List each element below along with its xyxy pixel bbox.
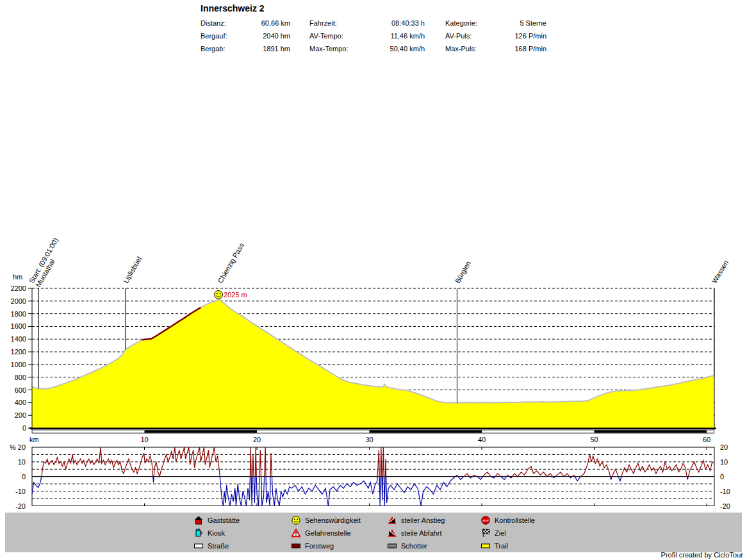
smiley-icon <box>215 291 223 299</box>
hm-tick-label: 1200 <box>11 348 26 356</box>
gradient-right-label: 10 <box>720 458 728 466</box>
legend-item: Kiosk <box>194 528 225 538</box>
legend: GaststätteKioskStraßeSehenswürdigkeitGef… <box>5 513 742 552</box>
legend-label: Sehenswürdigkeit <box>305 516 361 524</box>
hm-tick-label: 0 <box>22 424 26 432</box>
km-tick-label: 10 <box>140 436 148 443</box>
km-ruler-segment <box>145 430 258 432</box>
legend-item: Trail <box>481 541 508 551</box>
legend-label: Trail <box>495 542 508 550</box>
legend-label: steile Abfahrt <box>401 529 442 537</box>
house-icon <box>194 516 203 525</box>
legend-item: Straße <box>194 541 229 551</box>
legend-label: Gaststätte <box>208 516 240 524</box>
hm-tick-label: 600 <box>15 386 26 394</box>
legend-label: Straße <box>208 542 229 550</box>
legend-item: STOPKontrollstelle <box>481 515 535 525</box>
legend-item: Schotter <box>388 541 427 551</box>
gradient-left-label: -20 <box>15 502 26 510</box>
legend-label: steiler Anstieg <box>401 516 445 524</box>
km-tick-label: 50 <box>590 436 598 443</box>
gravel-icon <box>388 541 397 550</box>
waypoint-label: Start: (09:01:00)Muotathal <box>28 236 67 288</box>
hm-tick-label: 2200 <box>11 284 26 292</box>
km-tick-label: 20 <box>253 436 261 443</box>
legend-item: Gefahrenstelle <box>291 528 351 538</box>
danger-icon <box>291 529 300 538</box>
hm-tick-label: 200 <box>15 411 26 419</box>
legend-label: Kiosk <box>208 529 225 537</box>
kiosk-icon <box>194 529 203 538</box>
elevation-area <box>32 299 714 428</box>
km-tick-label: 40 <box>478 436 486 443</box>
hm-tick-label: 1400 <box>11 335 26 343</box>
legend-item: Sehenswürdigkeit <box>291 515 361 525</box>
peak-elevation-label: 2025 m <box>224 291 247 299</box>
gradient-left-label: 0 <box>22 473 26 481</box>
y-axis-unit: hm <box>13 273 22 281</box>
gradient-right-label: 0 <box>720 473 724 481</box>
waypoint-label: Chienzig Pass <box>216 242 245 284</box>
gradient-right-label: -10 <box>720 488 730 495</box>
legend-label: Kontrollstelle <box>495 516 535 524</box>
waypoint-label: Liplisbüel <box>122 255 143 284</box>
hm-tick-label: 1000 <box>11 361 26 368</box>
road-icon <box>194 541 203 550</box>
ciclotour-profile-page: Innerschweiz 2 Distanz: 60,66 km Fahrzei… <box>0 0 747 560</box>
gradient-left-label: 10 <box>18 458 26 466</box>
hm-tick-label: 400 <box>15 399 26 406</box>
km-tick-label: 60 <box>703 436 710 443</box>
waypoint-label: Bürglen <box>454 259 472 284</box>
hm-tick-label: 800 <box>15 374 26 381</box>
legend-item: steiler Anstieg <box>388 515 445 525</box>
legend-item: Ziel <box>481 528 506 538</box>
gradient-right-label: -20 <box>720 502 730 510</box>
svg-text:STOP: STOP <box>482 520 489 522</box>
forest-road-icon <box>291 541 300 550</box>
x-axis-unit: km <box>29 436 39 443</box>
checkpoint-icon: STOP <box>481 516 490 525</box>
smiley-icon <box>291 516 300 525</box>
legend-item: Gaststätte <box>194 515 240 525</box>
legend-item: steile Abfahrt <box>388 528 442 538</box>
legend-label: Schotter <box>401 542 427 550</box>
hm-tick-label: 1600 <box>11 322 26 330</box>
waypoint-label: Wassen <box>710 259 730 284</box>
legend-item: Forstweg <box>291 541 334 551</box>
km-tick-label: 30 <box>365 436 373 443</box>
gradient-left-label: % 20 <box>10 443 26 451</box>
steep-ascent-icon <box>388 516 397 525</box>
legend-label: Forstweg <box>305 542 334 550</box>
steep-descent-icon <box>388 529 397 538</box>
trail-icon <box>481 541 490 550</box>
km-ruler-segment <box>370 430 482 432</box>
elevation-gradient-chart: 0200400600800100012001400160018002000220… <box>0 0 747 513</box>
km-ruler-segment <box>595 430 707 432</box>
hm-tick-label: 1800 <box>11 310 26 318</box>
x-axis <box>29 428 716 430</box>
legend-label: Ziel <box>495 529 506 537</box>
gradient-left-label: -10 <box>15 488 26 495</box>
hm-tick-label: 2000 <box>11 297 26 305</box>
gradient-right-label: 20 <box>720 443 728 451</box>
finish-flag-icon <box>481 529 490 538</box>
credit-text: Profil created by CicloTour <box>661 551 743 559</box>
legend-label: Gefahrenstelle <box>305 529 351 537</box>
